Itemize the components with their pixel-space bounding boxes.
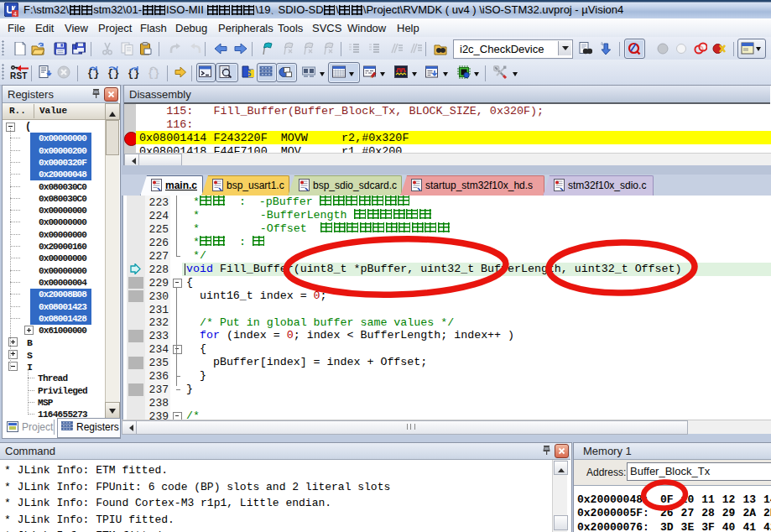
svg-text:{}: {} bbox=[148, 68, 159, 79]
svg-text:{}: {} bbox=[107, 68, 119, 79]
svg-text:S: S bbox=[246, 69, 252, 78]
svg-text:4: 4 bbox=[13, 11, 17, 17]
